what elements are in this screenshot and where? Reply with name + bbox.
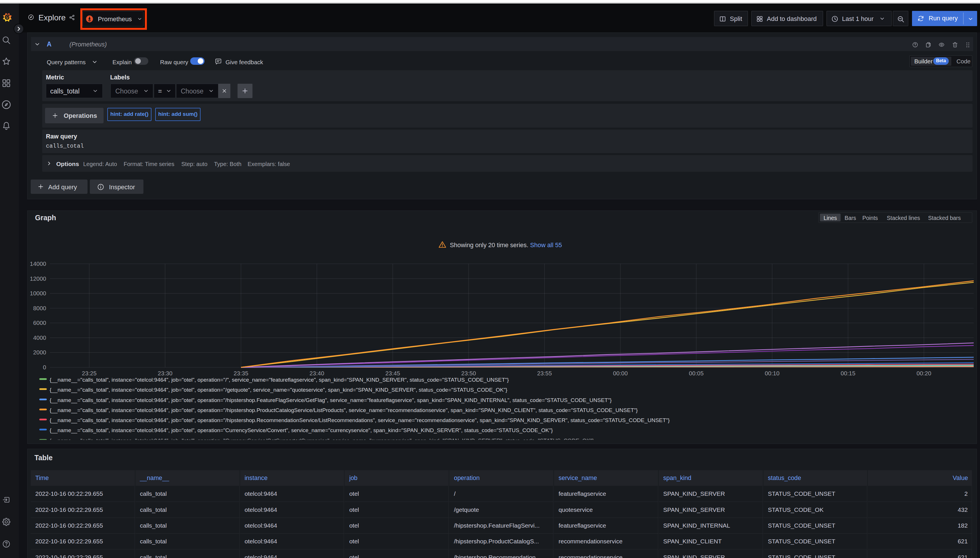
svg-text:23:35: 23:35	[233, 370, 248, 376]
svg-text:23:55: 23:55	[537, 370, 552, 376]
svg-text:23:40: 23:40	[309, 370, 324, 376]
svg-text:00:20: 00:20	[917, 370, 931, 376]
svg-text:14000: 14000	[30, 260, 46, 267]
svg-text:8000: 8000	[33, 305, 46, 312]
svg-text:00:00: 00:00	[613, 370, 628, 376]
svg-text:10000: 10000	[30, 290, 46, 297]
svg-text:23:50: 23:50	[461, 370, 476, 376]
svg-text:00:15: 00:15	[840, 370, 855, 376]
svg-text:23:25: 23:25	[82, 370, 96, 376]
svg-text:23:45: 23:45	[385, 370, 400, 376]
svg-text:12000: 12000	[30, 275, 46, 282]
svg-text:6000: 6000	[33, 319, 46, 326]
svg-text:23:30: 23:30	[158, 370, 173, 376]
svg-text:0: 0	[43, 364, 46, 371]
svg-text:00:10: 00:10	[765, 370, 779, 376]
svg-text:2000: 2000	[33, 349, 46, 356]
svg-text:4000: 4000	[33, 334, 46, 341]
svg-text:00:05: 00:05	[689, 370, 704, 376]
